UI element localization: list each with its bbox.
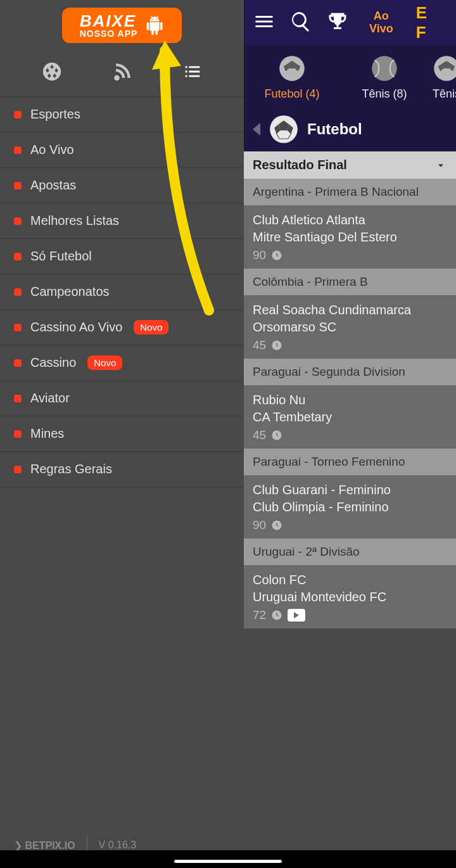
chevron-down-icon [434, 159, 447, 172]
bottom-bar [0, 850, 456, 868]
league-header[interactable]: Argentina - Primera B Nacional [244, 179, 456, 205]
minute-label: 90 [253, 248, 266, 262]
clock-icon [271, 610, 282, 621]
search-icon[interactable] [289, 10, 312, 35]
soccer-icon [278, 54, 306, 82]
match-time: 90 [253, 518, 447, 532]
league-header[interactable]: Paraguai - Segunda Division [244, 359, 456, 385]
match-row[interactable]: Club Guarani - FemininoClub Olimpia - Fe… [244, 475, 456, 539]
bullet-icon [14, 146, 22, 154]
sport-tabs: Futebol (4)Tênis (8)Tênis [244, 46, 456, 107]
trophy-icon[interactable] [326, 10, 349, 35]
soccer-icon[interactable] [41, 61, 63, 85]
home-team: Colon FC [253, 571, 447, 589]
sport-tab[interactable]: Futebol (4) [248, 54, 336, 101]
league-header[interactable]: Colômbia - Primera B [244, 269, 456, 295]
minute-label: 90 [253, 518, 266, 532]
sidebar-item-label: Aviator [30, 391, 70, 405]
live-line1: Ao [369, 10, 393, 23]
home-team: Rubio Nu [253, 392, 447, 409]
cut-icon [433, 54, 456, 82]
sidebar-item-label: Melhores Listas [30, 214, 119, 228]
match-time: 72 [253, 608, 447, 622]
match-time: 45 [253, 428, 447, 442]
sidebar-item[interactable]: CassinoNovo [0, 345, 244, 381]
sidebar-item[interactable]: Mines [0, 416, 244, 452]
clock-icon [271, 520, 282, 531]
satellite-icon[interactable] [111, 61, 133, 85]
result-header[interactable]: Resultado Final [244, 151, 456, 179]
away-team: Mitre Santiago Del Estero [253, 229, 447, 246]
clock-icon [271, 250, 282, 261]
home-team: Real Soacha Cundinamarca [253, 302, 447, 319]
brand-logo-cut: EF [416, 3, 427, 42]
home-team: Club Guarani - Feminino [253, 482, 447, 499]
sidebar-item[interactable]: Cassino Ao VivoNovo [0, 310, 244, 345]
main-content: Ao Vivo EF Futebol (4)Tênis (8)Tênis Fut… [244, 0, 456, 868]
sport-tab[interactable]: Tênis [433, 54, 456, 101]
sidebar-item-label: Regras Gerais [30, 462, 112, 476]
bullet-icon [14, 395, 22, 402]
soccer-ball-icon [269, 115, 298, 144]
video-icon[interactable] [288, 609, 305, 622]
sidebar-menu: EsportesAo VivoApostasMelhores ListasSó … [0, 96, 244, 487]
new-badge: Novo [134, 320, 168, 335]
bullet-icon [14, 466, 22, 473]
bullet-icon [14, 182, 22, 189]
sidebar-item-label: Só Futebol [30, 249, 92, 264]
sidebar-item[interactable]: Aviator [0, 381, 244, 416]
sidebar-item[interactable]: Campeonatos [0, 274, 244, 310]
minute-label: 72 [253, 608, 266, 622]
away-team: CA Tembetary [253, 409, 447, 426]
sidebar-item[interactable]: Apostas [0, 168, 244, 203]
sport-tab-label: Futebol (4) [264, 87, 319, 101]
matches-list: Argentina - Primera B NacionalClub Atlet… [244, 179, 456, 629]
download-line1: BAIXE [80, 13, 138, 29]
result-title: Resultado Final [253, 158, 347, 172]
brand-logo: ❯ BETPIX.IO [14, 839, 75, 852]
new-badge: Novo [87, 355, 122, 370]
section-title: Futebol [307, 120, 362, 138]
download-app-banner[interactable]: BAIXE NOSSO APP [62, 8, 182, 43]
sidebar: BAIXE NOSSO APP EsportesAo VivoApostasMe… [0, 0, 244, 868]
league-header[interactable]: Uruguai - 2ª Divisão [244, 539, 456, 565]
away-team: Club Olimpia - Feminino [253, 499, 447, 516]
top-nav: Ao Vivo EF [244, 0, 456, 46]
sidebar-item-label: Cassino [30, 355, 76, 370]
away-team: Orsomarso SC [253, 319, 447, 336]
bullet-icon [14, 111, 22, 118]
sidebar-item[interactable]: Ao Vivo [0, 132, 244, 168]
menu-icon[interactable] [253, 10, 276, 35]
sport-tab-label: Tênis (8) [362, 87, 407, 101]
list-icon[interactable] [182, 61, 203, 85]
match-row[interactable]: Club Atletico AtlantaMitre Santiago Del … [244, 205, 456, 269]
back-caret-icon[interactable] [253, 123, 260, 136]
clock-icon [271, 340, 282, 351]
match-row[interactable]: Colon FCUruguai Montevideo FC72 [244, 565, 456, 629]
sidebar-item-label: Cassino Ao Vivo [30, 320, 122, 335]
match-row[interactable]: Rubio NuCA Tembetary45 [244, 385, 456, 449]
minute-label: 45 [253, 338, 266, 352]
away-team: Uruguai Montevideo FC [253, 589, 447, 606]
minute-label: 45 [253, 428, 266, 442]
sidebar-item[interactable]: Melhores Listas [0, 203, 244, 239]
sport-tab[interactable]: Tênis (8) [340, 54, 429, 101]
bullet-icon [14, 217, 22, 225]
live-link[interactable]: Ao Vivo [369, 10, 393, 35]
league-header[interactable]: Paraguai - Torneo Femenino [244, 449, 456, 475]
section-header[interactable]: Futebol [244, 107, 456, 151]
bullet-icon [14, 324, 22, 331]
sport-tab-label: Tênis [433, 87, 456, 101]
bullet-icon [14, 359, 22, 367]
svg-point-5 [372, 56, 397, 81]
match-row[interactable]: Real Soacha CundinamarcaOrsomarso SC45 [244, 295, 456, 359]
bullet-icon [14, 253, 22, 260]
sidebar-item[interactable]: Regras Gerais [0, 452, 244, 487]
sidebar-item-label: Apostas [30, 178, 76, 193]
sidebar-item[interactable]: Esportes [0, 96, 244, 132]
tennis-icon [370, 54, 398, 82]
sidebar-item[interactable]: Só Futebol [0, 239, 244, 274]
sidebar-top-icons [0, 43, 244, 96]
sidebar-item-label: Mines [30, 426, 64, 441]
sidebar-item-label: Campeonatos [30, 284, 110, 299]
